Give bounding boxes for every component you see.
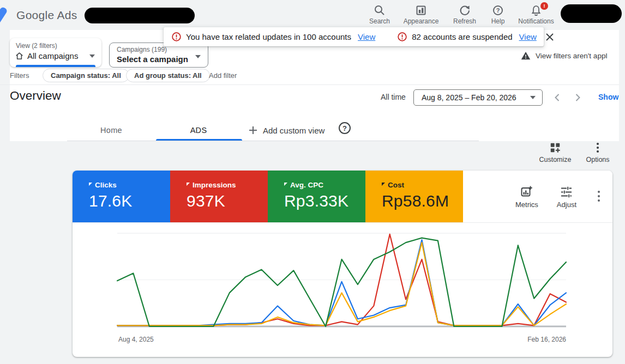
chevron-right-icon [575,94,580,101]
adjust-label: Adjust [557,201,576,209]
view-filters-warning-text: View filters aren't appl [536,52,607,60]
product-name: Google Ads [16,9,77,22]
metrics-label: Metrics [515,201,538,209]
scorecard-cost[interactable]: Cost Rp58.6M [365,171,463,222]
error-icon [171,32,182,42]
view-selector-label: View (2 filters) [16,42,57,50]
filter-chip-ad-group-status[interactable]: Ad group status: All [126,69,210,82]
refresh-label: Refresh [453,17,476,25]
scorecard-edit-marker-icon [89,183,92,186]
home-icon [15,51,24,60]
add-filter-button[interactable]: Add filter [209,71,237,80]
scorecard-edit-marker-icon [187,183,190,186]
scorecard-value: 937K [187,192,268,210]
date-next-button[interactable] [572,92,584,104]
adjust-button[interactable]: Adjust [557,185,576,209]
scorecard-avg-cpc[interactable]: Avg. CPC Rp3.33K [268,171,365,222]
search-label: Search [369,17,390,25]
show-link[interactable]: Show [598,93,619,101]
chevron-down-icon [195,55,201,58]
scorecard-label: Impressions [193,181,236,189]
redacted-account-name [85,8,195,23]
appearance-icon [415,4,427,16]
campaign-selector-label: Campaigns (199) [117,46,167,53]
kebab-menu-icon [597,190,600,203]
svg-text:?: ? [342,124,347,132]
view-filters-warning: View filters aren't appl [521,50,619,61]
options-button[interactable]: Options [582,142,613,163]
view-selector[interactable]: View (2 filters) All campaigns [10,38,101,67]
search-button[interactable]: Search [359,4,400,27]
refresh-icon [459,4,471,16]
appearance-button[interactable]: Appearance [400,4,442,27]
scorecard-value: Rp3.33K [284,192,365,210]
notifications-label: Notifications [518,17,554,25]
filters-label: Filters [10,71,29,80]
notification-badge: ! [540,2,548,10]
add-custom-view-label: Add custom view [263,126,324,135]
customize-button[interactable]: Customize [538,142,572,163]
tab-home[interactable]: Home [88,120,134,141]
date-range-value: Aug 8, 2025 – Feb 20, 2026 [422,93,516,102]
chevron-down-icon [89,54,95,58]
scorecard-clicks[interactable]: Clicks 17.6K [73,171,170,222]
view-selector-active-bar [16,65,95,67]
campaign-selector-value: Select a campaign [117,54,188,64]
x-axis-end-label: Feb 16, 2026 [527,336,566,343]
warning-icon [521,51,531,60]
alert-view-link[interactable]: View [358,32,375,41]
scorecard-label: Clicks [95,181,117,189]
x-axis-start-label: Aug 4, 2025 [118,336,154,343]
scorecard-label: Avg. CPC [290,181,323,189]
chart-options-button[interactable] [595,190,603,205]
viewport-gutter [619,30,625,364]
page-title: Overview [10,89,61,103]
help-icon: ? [338,121,352,135]
scorecard-strip: Clicks 17.6K Impressions 937K Avg. CPC R… [73,171,612,222]
scorecard-value: Rp58.6M [382,192,463,210]
section-divider [0,84,625,85]
kebab-menu-icon [592,142,603,154]
scorecard-value: 17.6K [89,192,170,210]
google-ads-logo-icon [0,6,8,26]
appearance-label: Appearance [404,17,439,25]
redacted-account-chip [561,4,622,23]
banner-close-button[interactable] [545,33,554,41]
scorecard-edit-marker-icon [284,183,287,186]
customize-label: Customize [539,156,571,163]
svg-text:?: ? [496,7,500,14]
search-icon [374,4,386,16]
help-button[interactable]: ? Help [477,4,519,27]
filter-chip-campaign-status[interactable]: Campaign status: All [43,69,129,82]
alert-suspended-accounts: 82 accounts are suspended View [397,32,537,42]
adjust-sliders-icon [560,185,573,198]
help-label: Help [491,17,505,25]
scorecard-edit-marker-icon [382,183,385,186]
close-icon [545,33,554,41]
notifications-button[interactable]: ! Notifications [515,4,557,27]
view-selector-value: All campaigns [27,51,78,60]
tabs-help-button[interactable]: ? [338,121,352,135]
tab-ads[interactable]: ADS [176,120,221,141]
series-line-cost [117,242,566,325]
add-custom-view-button[interactable]: Add custom view [249,120,324,141]
date-range-picker[interactable]: Aug 8, 2025 – Feb 20, 2026 [413,89,543,106]
scorecard-label: Cost [388,181,404,189]
customize-icon [549,142,561,154]
alert-banner: You have tax related updates in 100 acco… [164,27,544,46]
scorecard-impressions[interactable]: Impressions 937K [170,171,268,222]
alert-text: You have tax related updates in 100 acco… [186,32,351,41]
alert-text: 82 accounts are suspended [412,32,512,41]
chevron-left-icon [555,94,560,101]
series-line-clicks [117,240,566,325]
scorecard-chart-divider [73,222,612,223]
overview-chart[interactable]: Aug 4, 2025 Feb 16, 2026 [117,229,566,346]
date-range-label: All time [381,93,406,101]
date-prev-button[interactable] [551,92,563,104]
options-label: Options [586,156,609,163]
metrics-button[interactable]: Metrics [515,185,538,209]
chart-actions: Metrics Adjust [463,171,612,222]
alert-view-link[interactable]: View [519,32,537,41]
metrics-icon [520,185,533,198]
help-icon: ? [492,4,504,16]
